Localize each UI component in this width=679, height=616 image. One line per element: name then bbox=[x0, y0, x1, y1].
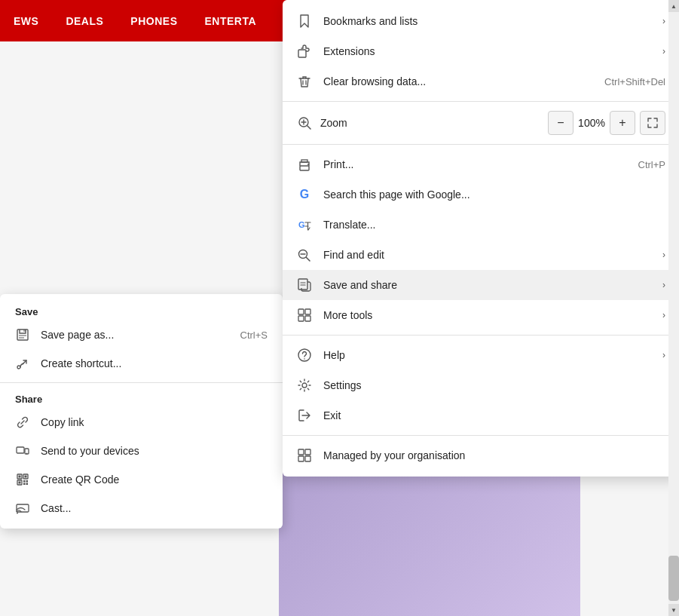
save-share-item[interactable]: Save and share › bbox=[283, 270, 679, 300]
product-area bbox=[279, 465, 580, 616]
print-item[interactable]: Print... Ctrl+P bbox=[283, 149, 679, 179]
svg-rect-27 bbox=[301, 160, 307, 162]
scrollbar[interactable]: ▲ ▼ bbox=[668, 0, 679, 616]
create-qr-label: Create QR Code bbox=[41, 473, 268, 486]
zoom-decrease-button[interactable]: − bbox=[548, 111, 573, 135]
svg-rect-37 bbox=[305, 309, 310, 314]
save-section-label: Save bbox=[0, 300, 283, 320]
managed-item[interactable]: Managed by your organisation bbox=[283, 440, 679, 470]
main-context-menu: Bookmarks and lists › Extensions › Clear… bbox=[283, 0, 679, 477]
nav-item-phones[interactable]: PHONES bbox=[117, 0, 191, 41]
help-label: Help bbox=[323, 349, 646, 361]
svg-rect-7 bbox=[19, 476, 21, 478]
cast-item[interactable]: Cast... bbox=[0, 494, 283, 523]
svg-rect-26 bbox=[300, 166, 309, 170]
managed-icon bbox=[296, 447, 313, 464]
nav-item-deals[interactable]: DEALS bbox=[52, 0, 117, 41]
nav-item-enterta[interactable]: ENTERTA bbox=[191, 0, 270, 41]
settings-item[interactable]: Settings bbox=[283, 370, 679, 400]
zoom-controls: − 100% + bbox=[548, 111, 665, 135]
bookmarks-icon bbox=[296, 13, 313, 29]
divider-3 bbox=[283, 335, 679, 336]
search-google-label: Search this page with Google... bbox=[323, 188, 665, 201]
svg-line-23 bbox=[307, 126, 310, 129]
svg-rect-38 bbox=[298, 316, 304, 321]
extensions-item[interactable]: Extensions › bbox=[283, 36, 679, 66]
clear-browsing-item[interactable]: Clear browsing data... Ctrl+Shift+Del bbox=[283, 66, 679, 97]
bookmarks-item[interactable]: Bookmarks and lists › bbox=[283, 6, 679, 36]
svg-point-2 bbox=[17, 366, 20, 369]
print-shortcut: Ctrl+P bbox=[638, 159, 665, 170]
save-page-label: Save page as... bbox=[41, 329, 230, 341]
find-edit-item[interactable]: Find and edit › bbox=[283, 240, 679, 270]
help-chevron: › bbox=[662, 350, 665, 360]
save-page-item[interactable]: Save page as... Ctrl+S bbox=[0, 320, 283, 349]
bookmarks-label: Bookmarks and lists bbox=[323, 15, 646, 27]
svg-marker-18 bbox=[301, 15, 308, 27]
translate-icon: G bbox=[296, 216, 313, 233]
scrollbar-thumb[interactable] bbox=[668, 556, 679, 601]
create-shortcut-item[interactable]: Create shortcut... bbox=[0, 349, 283, 378]
svg-rect-36 bbox=[298, 309, 304, 314]
submenu-divider-1 bbox=[0, 382, 283, 383]
google-icon: G bbox=[296, 186, 313, 203]
help-icon bbox=[296, 347, 313, 363]
svg-rect-9 bbox=[25, 476, 27, 478]
svg-rect-39 bbox=[305, 316, 310, 321]
create-qr-item[interactable]: Create QR Code bbox=[0, 465, 283, 494]
save-share-label: Save and share bbox=[323, 279, 646, 291]
find-edit-chevron: › bbox=[662, 250, 665, 260]
svg-rect-13 bbox=[26, 480, 29, 483]
svg-rect-45 bbox=[298, 456, 304, 461]
managed-label: Managed by your organisation bbox=[323, 449, 665, 461]
svg-rect-46 bbox=[305, 456, 310, 461]
extensions-icon bbox=[296, 43, 313, 60]
zoom-row: Zoom − 100% + bbox=[283, 106, 679, 139]
send-devices-item[interactable]: Send to your devices bbox=[0, 437, 283, 465]
settings-label: Settings bbox=[323, 379, 665, 391]
zoom-fullscreen-button[interactable] bbox=[640, 111, 665, 135]
help-item[interactable]: Help › bbox=[283, 340, 679, 370]
bookmarks-chevron: › bbox=[662, 16, 665, 26]
share-section-label: Share bbox=[0, 388, 283, 408]
print-icon bbox=[296, 156, 313, 173]
save-share-chevron: › bbox=[662, 280, 665, 290]
create-shortcut-label: Create shortcut... bbox=[41, 357, 268, 369]
scrollbar-arrow-down[interactable]: ▼ bbox=[668, 604, 679, 616]
scrollbar-arrow-up[interactable]: ▲ bbox=[668, 0, 679, 12]
svg-rect-19 bbox=[298, 50, 306, 57]
settings-icon bbox=[296, 377, 313, 394]
svg-point-28 bbox=[307, 164, 309, 165]
save-page-icon bbox=[15, 327, 30, 342]
translate-item[interactable]: G Translate... bbox=[283, 210, 679, 240]
find-edit-label: Find and edit bbox=[323, 249, 646, 261]
svg-rect-0 bbox=[17, 329, 28, 340]
search-google-item[interactable]: G Search this page with Google... bbox=[283, 179, 679, 210]
svg-rect-3 bbox=[17, 447, 24, 453]
svg-text:G: G bbox=[298, 220, 305, 229]
divider-4 bbox=[283, 435, 679, 436]
exit-icon bbox=[296, 407, 313, 424]
clear-browsing-shortcut: Ctrl+Shift+Del bbox=[604, 76, 665, 87]
print-label: Print... bbox=[323, 158, 628, 170]
send-devices-label: Send to your devices bbox=[41, 445, 268, 457]
nav-item-news[interactable]: EWS bbox=[0, 0, 52, 41]
zoom-icon bbox=[296, 115, 313, 131]
zoom-label: Zoom bbox=[320, 117, 540, 129]
zoom-increase-button[interactable]: + bbox=[610, 111, 635, 135]
divider-1 bbox=[283, 101, 679, 102]
exit-label: Exit bbox=[323, 409, 665, 421]
exit-item[interactable]: Exit bbox=[283, 400, 679, 431]
copy-link-item[interactable]: Copy link bbox=[0, 408, 283, 437]
save-share-submenu: Save Save page as... Ctrl+S Create short… bbox=[0, 294, 283, 529]
more-tools-item[interactable]: More tools › bbox=[283, 300, 679, 330]
svg-rect-33 bbox=[298, 279, 307, 290]
svg-rect-11 bbox=[19, 482, 21, 484]
cast-icon bbox=[15, 501, 30, 516]
zoom-value: 100% bbox=[573, 117, 610, 129]
clear-browsing-icon bbox=[296, 73, 313, 90]
svg-rect-1 bbox=[23, 329, 26, 332]
extensions-label: Extensions bbox=[323, 45, 646, 57]
extensions-chevron: › bbox=[662, 46, 665, 57]
more-tools-icon bbox=[296, 307, 313, 323]
